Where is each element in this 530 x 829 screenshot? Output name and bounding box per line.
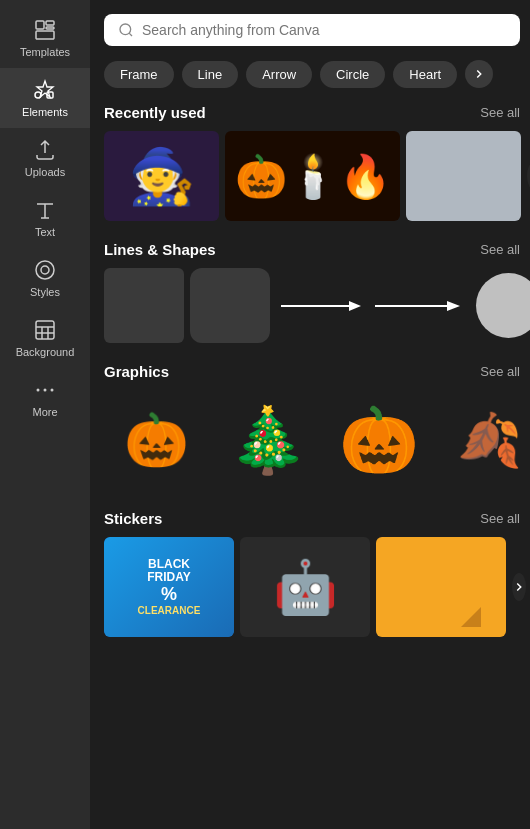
sidebar-templates-label: Templates bbox=[20, 46, 70, 58]
recently-used-title: Recently used bbox=[104, 104, 206, 121]
graphic-item-leaves[interactable]: 🍂 bbox=[437, 390, 530, 490]
xmas-tree-icon: 🎄 bbox=[228, 403, 308, 478]
sidebar-styles-label: Styles bbox=[30, 286, 60, 298]
svg-rect-3 bbox=[36, 31, 54, 39]
leaves-icon: 🍂 bbox=[457, 410, 522, 471]
recently-used-section: Recently used See all 🧙 🎃🕯️🔥 bbox=[104, 104, 520, 221]
stickers-see-all[interactable]: See all bbox=[480, 511, 520, 526]
stickers-header: Stickers See all bbox=[104, 510, 520, 527]
styles-icon bbox=[33, 258, 57, 282]
bf-line2: FRIDAY bbox=[147, 571, 191, 584]
more-icon bbox=[33, 378, 57, 402]
search-bar bbox=[104, 14, 520, 46]
line-arrow-icon bbox=[281, 300, 361, 312]
lines-shapes-section: Lines & Shapes See all bbox=[104, 241, 520, 343]
lines-shapes-see-all[interactable]: See all bbox=[480, 242, 520, 257]
graphic-item-xmas-tree[interactable]: 🎄 bbox=[215, 390, 320, 490]
chip-heart[interactable]: Heart bbox=[393, 61, 457, 88]
sidebar-item-text[interactable]: Text bbox=[0, 188, 90, 248]
sidebar-background-label: Background bbox=[16, 346, 75, 358]
robot-icon: 🤖 bbox=[273, 557, 338, 618]
stickers-next-button[interactable] bbox=[512, 573, 526, 601]
graphics-row: 🎃 🎄 🎃 🍂 bbox=[104, 390, 520, 490]
svg-point-6 bbox=[36, 261, 54, 279]
graphics-see-all[interactable]: See all bbox=[480, 364, 520, 379]
witch-hat-icon: 🧙 bbox=[128, 149, 195, 203]
svg-marker-20 bbox=[447, 301, 460, 311]
svg-point-16 bbox=[120, 24, 131, 35]
sidebar-item-elements[interactable]: Elements bbox=[0, 68, 90, 128]
filter-chips: Frame Line Arrow Circle Heart bbox=[104, 60, 520, 88]
halloween-icon: 🎃🕯️🔥 bbox=[235, 152, 391, 201]
svg-point-15 bbox=[51, 389, 54, 392]
text-icon bbox=[33, 198, 57, 222]
sidebar-text-label: Text bbox=[35, 226, 55, 238]
svg-rect-8 bbox=[36, 321, 54, 339]
sidebar-item-templates[interactable]: Templates bbox=[0, 8, 90, 68]
svg-marker-21 bbox=[401, 547, 481, 627]
sidebar: Templates Elements Uploads Text Styles bbox=[0, 0, 90, 829]
chip-arrow[interactable]: Arrow bbox=[246, 61, 312, 88]
sticker-item-fold[interactable] bbox=[376, 537, 506, 637]
shape-item-long-arrow[interactable] bbox=[372, 268, 462, 343]
sidebar-more-label: More bbox=[32, 406, 57, 418]
main-content: Frame Line Arrow Circle Heart Recently u… bbox=[90, 0, 530, 829]
search-input[interactable] bbox=[142, 22, 506, 38]
bf-clearance: CLEARANCE bbox=[138, 605, 201, 616]
sidebar-uploads-label: Uploads bbox=[25, 166, 65, 178]
uploads-icon bbox=[33, 138, 57, 162]
recent-item-gray-rect[interactable] bbox=[406, 131, 521, 221]
stickers-title: Stickers bbox=[104, 510, 162, 527]
chip-circle[interactable]: Circle bbox=[320, 61, 385, 88]
svg-point-14 bbox=[44, 389, 47, 392]
chip-line[interactable]: Line bbox=[182, 61, 239, 88]
stickers-row: BLACK FRIDAY % CLEARANCE 🤖 bbox=[104, 537, 520, 637]
chips-next-button[interactable] bbox=[465, 60, 493, 88]
stickers-section: Stickers See all BLACK FRIDAY % CLEARANC… bbox=[104, 510, 520, 637]
recently-used-row: 🧙 🎃🕯️🔥 bbox=[104, 131, 520, 221]
graphics-section: Graphics See all 🎃 🎄 🎃 🍂 bbox=[104, 363, 520, 490]
chip-frame[interactable]: Frame bbox=[104, 61, 174, 88]
shape-item-square1[interactable] bbox=[104, 268, 184, 343]
recent-item-halloween[interactable]: 🎃🕯️🔥 bbox=[225, 131, 400, 221]
chevron-right-icon bbox=[472, 67, 486, 81]
templates-icon bbox=[33, 18, 57, 42]
lines-shapes-title: Lines & Shapes bbox=[104, 241, 216, 258]
graphics-title: Graphics bbox=[104, 363, 169, 380]
svg-point-7 bbox=[41, 266, 49, 274]
svg-marker-18 bbox=[349, 301, 361, 311]
shape-item-circle[interactable] bbox=[468, 268, 530, 343]
background-icon bbox=[33, 318, 57, 342]
shapes-row bbox=[104, 268, 520, 343]
recent-item-witch-hat[interactable]: 🧙 bbox=[104, 131, 219, 221]
graphic-item-big-pumpkin[interactable]: 🎃 bbox=[326, 390, 431, 490]
sticker-item-bf[interactable]: BLACK FRIDAY % CLEARANCE bbox=[104, 537, 234, 637]
chevron-right-icon bbox=[512, 580, 526, 594]
big-pumpkin-icon: 🎃 bbox=[339, 403, 419, 478]
fold-icon bbox=[401, 547, 481, 627]
sidebar-item-uploads[interactable]: Uploads bbox=[0, 128, 90, 188]
shape-item-rounded[interactable] bbox=[190, 268, 270, 343]
graphics-header: Graphics See all bbox=[104, 363, 520, 380]
long-arrow-icon bbox=[375, 300, 460, 312]
bf-percent: % bbox=[161, 584, 177, 605]
elements-icon bbox=[33, 78, 57, 102]
sticker-item-robot[interactable]: 🤖 bbox=[240, 537, 370, 637]
svg-rect-2 bbox=[46, 27, 54, 29]
sidebar-item-styles[interactable]: Styles bbox=[0, 248, 90, 308]
recently-used-see-all[interactable]: See all bbox=[480, 105, 520, 120]
sidebar-item-more[interactable]: More bbox=[0, 368, 90, 428]
svg-rect-0 bbox=[36, 21, 44, 29]
sidebar-elements-label: Elements bbox=[22, 106, 68, 118]
sidebar-item-background[interactable]: Background bbox=[0, 308, 90, 368]
recently-used-header: Recently used See all bbox=[104, 104, 520, 121]
svg-point-13 bbox=[37, 389, 40, 392]
graphic-item-pumpkin-stack[interactable]: 🎃 bbox=[104, 390, 209, 490]
lines-shapes-header: Lines & Shapes See all bbox=[104, 241, 520, 258]
svg-rect-1 bbox=[46, 21, 54, 25]
pumpkin-stack-icon: 🎃 bbox=[124, 410, 189, 471]
shape-item-line[interactable] bbox=[276, 268, 366, 343]
bf-tag: BLACK FRIDAY % CLEARANCE bbox=[104, 537, 234, 637]
search-icon bbox=[118, 22, 134, 38]
